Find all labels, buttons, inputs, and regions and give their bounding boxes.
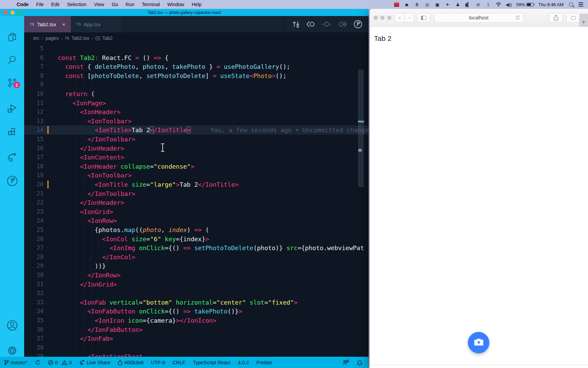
code-line-29[interactable]: 29 ))} [24, 261, 369, 271]
code-line-28[interactable]: 28 </IonCol> [24, 252, 369, 262]
code-line-36[interactable]: 36 </IonFabButton> [24, 325, 369, 334]
breadcrumb-pages[interactable]: pages [46, 35, 59, 41]
code-line-32[interactable]: 32 [24, 289, 369, 298]
zoom-window-button[interactable] [387, 16, 391, 20]
code-line-24[interactable]: 24 <IonRow> [24, 216, 369, 225]
close-window-button[interactable] [374, 16, 378, 20]
menu-item-code[interactable]: Code [13, 0, 32, 9]
run-debug-icon[interactable] [0, 99, 24, 117]
code-line-21[interactable]: 21 </IonToolbar> [24, 189, 369, 198]
eol-item[interactable]: CRLF [173, 360, 185, 365]
control-center-icon[interactable] [578, 2, 583, 6]
spotlight-search-icon[interactable] [568, 2, 574, 7]
wifi-icon[interactable] [496, 2, 501, 7]
close-window-button[interactable] [4, 11, 8, 15]
code-line-22[interactable]: 22 </IonHeader> [24, 198, 369, 207]
menu-item-window[interactable]: Window [164, 0, 188, 9]
menu-item-run[interactable]: Run [122, 0, 138, 9]
notification-bell-icon[interactable]: ♟ [455, 2, 460, 7]
bluetooth-icon[interactable]: ᛒ [486, 2, 491, 7]
tab-tab2-tsx[interactable]: TS Tab2.tsx × [24, 16, 71, 32]
camera-menu-icon[interactable]: ◙ [404, 2, 409, 7]
address-bar[interactable]: localhost [434, 13, 523, 22]
tab-app-tsx[interactable]: TS App.tsx [71, 16, 121, 32]
menu-item-selection[interactable]: Selection [63, 0, 91, 9]
code-line-17[interactable]: 17 <IonContent> [24, 153, 369, 162]
menu-item-view[interactable]: View [90, 0, 108, 9]
rocket-icon[interactable]: ✈ [445, 2, 450, 7]
code-line-10[interactable]: 10 return ( [24, 89, 369, 98]
menu-item-edit[interactable]: Edit [48, 0, 63, 9]
camera-fab-button[interactable] [468, 332, 489, 353]
forward-button[interactable]: › [405, 13, 414, 22]
code-line-6[interactable]: 6const Tab2: React.FC = () => { [24, 53, 369, 62]
menu-item-file[interactable]: File [32, 0, 48, 9]
breadcrumb-src[interactable]: src [33, 35, 39, 41]
stats-bars-icon[interactable]: ▮▎ [465, 2, 471, 7]
tab-tab-one[interactable]: Tab One [393, 365, 450, 368]
code-line-13[interactable]: 13 <IonToolbar> [24, 117, 369, 126]
tab-tab-three[interactable]: Tab Three [507, 365, 565, 368]
reload-icon[interactable] [515, 15, 520, 21]
breadcrumb-symbol[interactable]: Tab2 [102, 35, 113, 41]
code-line-33[interactable]: 33 <IonFab vertical="bottom" horizontal=… [24, 298, 369, 307]
code-line-18[interactable]: 18 <IonHeader collapse="condense"> [24, 162, 369, 171]
feedback-icon[interactable] [342, 359, 349, 365]
code-line-15[interactable]: 15 </IonToolbar> [24, 135, 369, 144]
code-line-14[interactable]: 14 <IonTitle>Tab 2</IonTitle>You, a few … [24, 125, 369, 135]
code-line-16[interactable]: 16 </IonHeader> [24, 144, 369, 153]
apple-menu[interactable] [5, 0, 13, 9]
nav-back-icon[interactable] [307, 20, 315, 28]
minimize-window-button[interactable] [11, 11, 15, 15]
back-button[interactable]: ‹ [395, 13, 405, 22]
peacock-color-item[interactable]: #00b3e6 [118, 359, 143, 365]
accounts-icon[interactable] [0, 317, 24, 334]
code-line-8[interactable]: 8 const [photoToDelete, setPhotoToDelete… [24, 71, 369, 80]
tab-overview-button[interactable] [566, 13, 580, 22]
gitlens-graph-icon[interactable] [354, 20, 362, 29]
code-line-20[interactable]: 20 <IonTitle size="large">Tab 2</IonTitl… [24, 180, 369, 189]
app-ring-icon[interactable]: ◎ [424, 2, 430, 7]
code-line-27[interactable]: 27 <IonImg onClick={() => setPhotoToDele… [24, 243, 369, 252]
screenflow-icon[interactable] [394, 2, 399, 7]
notifications-bell-icon[interactable] [357, 359, 362, 366]
language-mode-item[interactable]: TypeScript React [193, 360, 230, 365]
live-share-icon[interactable] [0, 148, 24, 166]
code-editor[interactable]: 56const Tab2: React.FC = () => {7 const … [24, 44, 369, 358]
vscode-titlebar[interactable]: Tab2.tsx — photo-gallery-capacitor-react [0, 9, 369, 16]
breadcrumb-file[interactable]: Tab2.tsx [71, 35, 89, 41]
code-line-11[interactable]: 11 <IonPage> [24, 98, 369, 108]
minimize-window-button[interactable] [380, 16, 385, 20]
source-control-icon[interactable]: 2 [0, 74, 24, 92]
sync-item[interactable] [35, 360, 40, 365]
encoding-item[interactable]: UTF-8 [151, 360, 165, 365]
code-line-26[interactable]: 26 <IonCol size="6" key={index}> [24, 234, 369, 244]
app-circle-icon[interactable]: ▣ [435, 2, 440, 7]
nav-forward-icon[interactable] [338, 20, 347, 28]
close-tab-icon[interactable]: × [62, 21, 65, 27]
git-branch-item[interactable]: master* [4, 359, 28, 365]
nav-dot-icon[interactable] [322, 20, 331, 28]
code-line-23[interactable]: 23 <IonGrid> [24, 207, 369, 216]
code-line-12[interactable]: 12 <IonHeader> [24, 107, 369, 117]
gitlens-icon[interactable] [0, 172, 24, 190]
explorer-icon[interactable] [0, 28, 24, 46]
safari-toolbar[interactable]: ‹ › localhost [370, 9, 588, 27]
menu-clock[interactable]: Thu 8:46 AM [538, 2, 564, 7]
zoom-window-button[interactable] [17, 11, 21, 15]
code-line-19[interactable]: 19 <IonToolbar> [24, 171, 369, 180]
code-line-30[interactable]: 30 </IonRow> [24, 271, 369, 280]
problems-item[interactable]: 0 0 [48, 360, 72, 365]
shortcuts-icon[interactable]: S [414, 2, 420, 7]
code-line-9[interactable]: 9 [24, 80, 369, 89]
menu-item-go[interactable]: Go [108, 0, 122, 9]
code-line-34[interactable]: 34 <IonFabButton onClick={() => takePhot… [24, 307, 369, 316]
formatter-item[interactable]: Prettier [257, 360, 273, 365]
search-icon[interactable] [0, 51, 24, 69]
code-line-38[interactable]: 38 [24, 343, 369, 352]
menu-item-terminal[interactable]: Terminal [138, 0, 164, 9]
battery-indicator[interactable]: 59% [516, 2, 534, 7]
open-changes-icon[interactable] [292, 20, 300, 28]
dnd-icon[interactable]: ⊘ [475, 2, 481, 7]
share-button[interactable] [549, 13, 563, 22]
